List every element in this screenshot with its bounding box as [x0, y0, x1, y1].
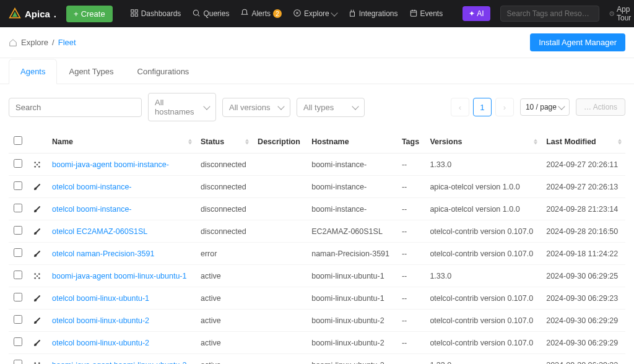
row-checkbox[interactable]: [14, 181, 22, 190]
table-row: otelcol boomi-linux-ubuntu-2activeboomi-…: [9, 332, 625, 354]
home-icon: [9, 38, 17, 47]
search-input[interactable]: [9, 98, 142, 117]
row-checkbox[interactable]: [14, 226, 22, 235]
agent-name-link[interactable]: boomi-java-agent boomi-linux-ubuntu-1: [52, 272, 186, 280]
table-row: otelcol boomi-instance-disconnectedboomi…: [9, 176, 625, 198]
row-checkbox[interactable]: [14, 360, 22, 364]
hostname-cell: boomi-instance-: [306, 198, 397, 220]
ai-button[interactable]: ✦ AI: [462, 6, 490, 21]
svg-point-16: [34, 254, 37, 256]
row-checkbox[interactable]: [14, 204, 22, 212]
versions-select[interactable]: All versions: [222, 98, 290, 117]
svg-point-25: [34, 362, 36, 364]
chevron-down-icon: [558, 103, 565, 110]
description-cell: [253, 332, 306, 354]
filter-bar: All hostnames All versions All types ‹ 1…: [0, 84, 634, 130]
nav-events[interactable]: Events: [409, 9, 443, 19]
row-checkbox[interactable]: [14, 159, 22, 168]
col-last-modified[interactable]: Last Modified: [541, 130, 625, 154]
svg-point-18: [37, 275, 38, 277]
row-checkbox[interactable]: [14, 248, 22, 257]
table-row: otelcol boomi-linux-ubuntu-2activeboomi-…: [9, 310, 625, 332]
agent-type-icon: [32, 227, 42, 236]
hostname-cell: boomi-linux-ubuntu-2: [306, 310, 397, 332]
modified-cell: 2024-09-18 11:24:22: [541, 243, 625, 265]
svg-point-23: [34, 321, 37, 323]
versions-cell: apica-otelcol version 1.0.0: [425, 176, 541, 198]
next-page-button[interactable]: ›: [495, 98, 514, 116]
hostnames-select[interactable]: All hostnames: [148, 93, 216, 121]
tabs: AgentsAgent TypesConfigurations: [0, 58, 634, 84]
row-checkbox[interactable]: [14, 315, 22, 324]
agent-type-icon: [32, 293, 42, 303]
global-search-input[interactable]: [500, 6, 599, 22]
nav-explore[interactable]: Explore: [293, 9, 337, 19]
tab-configurations[interactable]: Configurations: [126, 59, 201, 84]
app-tour-link[interactable]: App Tour: [609, 5, 634, 22]
tags-cell: --: [397, 310, 425, 332]
nav-integrations[interactable]: Integrations: [348, 9, 398, 19]
description-cell: [253, 265, 306, 287]
agent-name-link[interactable]: otelcol EC2AMAZ-060S1SL: [52, 227, 147, 236]
modified-cell: 2024-09-27 20:26:11: [541, 154, 625, 176]
agent-name-link[interactable]: otelcol boomi-linux-ubuntu-2: [52, 316, 149, 325]
row-checkbox[interactable]: [14, 271, 22, 279]
agent-type-icon: [32, 316, 42, 326]
install-agent-manager-button[interactable]: Install Agent Manager: [530, 33, 625, 51]
svg-point-14: [34, 209, 37, 212]
prev-page-button[interactable]: ‹: [451, 98, 469, 116]
agent-name-link[interactable]: otelcol boomi-instance-: [52, 205, 132, 214]
row-checkbox[interactable]: [14, 293, 22, 301]
modified-cell: 2024-09-30 06:29:29: [541, 310, 625, 332]
description-cell: [253, 198, 306, 220]
hostname-cell: boomi-instance-: [306, 154, 397, 176]
types-select[interactable]: All types: [297, 98, 365, 117]
tab-agent-types[interactable]: Agent Types: [57, 59, 125, 84]
nav-dashboards[interactable]: Dashboards: [130, 9, 181, 19]
agents-table: Name Status Description Hostname Tags Ve…: [9, 130, 625, 364]
create-button[interactable]: + Create: [66, 6, 113, 22]
svg-point-12: [38, 166, 40, 168]
row-checkbox[interactable]: [14, 337, 22, 346]
svg-point-24: [34, 343, 37, 345]
select-all-checkbox[interactable]: [14, 136, 22, 145]
versions-cell: otelcol-contrib version 0.107.0: [425, 287, 541, 310]
svg-point-20: [34, 277, 36, 279]
modified-cell: 2024-09-30 06:29:23: [541, 287, 625, 310]
chevron-down-icon: [203, 103, 210, 110]
nav-alerts[interactable]: Alerts2: [240, 9, 282, 19]
agent-name-link[interactable]: otelcol boomi-instance-: [52, 183, 132, 191]
description-cell: [253, 220, 306, 243]
topbar: Apica. + Create DashboardsQueriesAlerts2…: [0, 0, 634, 27]
svg-point-9: [37, 163, 38, 165]
svg-point-21: [38, 277, 40, 279]
page-1-button[interactable]: 1: [473, 98, 492, 116]
breadcrumb-root[interactable]: Explore: [21, 38, 48, 47]
integrations-icon: [348, 9, 357, 19]
actions-button[interactable]: … Actions: [576, 98, 625, 116]
col-status[interactable]: Status: [196, 130, 253, 154]
svg-point-4: [194, 10, 199, 15]
sort-icon: [618, 139, 622, 144]
nav-queries[interactable]: Queries: [192, 9, 229, 19]
hostname-cell: boomi-linux-ubuntu-2: [306, 354, 397, 365]
pagination: ‹ 1 ›: [451, 98, 514, 116]
agent-name-link[interactable]: otelcol boomi-linux-ubuntu-1: [52, 294, 149, 303]
agent-name-link[interactable]: boomi-java-agent boomi-linux-ubuntu-2: [52, 361, 186, 365]
tab-agents[interactable]: Agents: [9, 59, 57, 84]
page-size-select[interactable]: 10 / page: [520, 98, 570, 116]
compass-icon: [609, 9, 614, 18]
sort-icon: [245, 139, 249, 144]
agent-name-link[interactable]: boomi-java-agent boomi-instance-: [52, 160, 169, 169]
hostname-cell: boomi-instance-: [306, 176, 397, 198]
col-name[interactable]: Name: [47, 130, 196, 154]
agent-type-icon: [32, 204, 42, 214]
col-versions[interactable]: Versions: [425, 130, 541, 154]
agent-type-icon: [32, 338, 42, 348]
queries-icon: [192, 9, 201, 19]
agent-name-link[interactable]: otelcol naman-Precision-3591: [52, 249, 154, 258]
logo[interactable]: Apica.: [9, 7, 56, 20]
col-tags: Tags: [397, 130, 425, 154]
tags-cell: --: [397, 354, 425, 365]
agent-name-link[interactable]: otelcol boomi-linux-ubuntu-2: [52, 339, 149, 347]
